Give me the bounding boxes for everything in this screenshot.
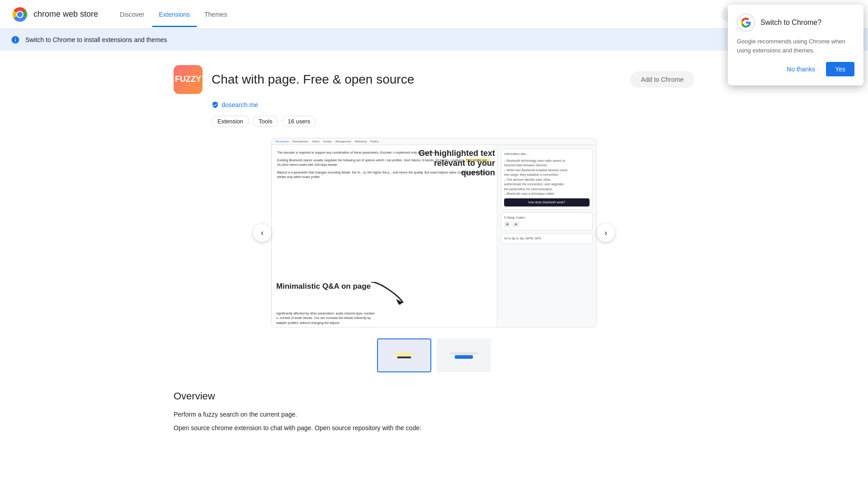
extension-title: Chat with page. Free & open source	[212, 72, 414, 87]
carousel-next-button[interactable]: ›	[597, 224, 615, 242]
overview-title: Overview	[174, 390, 694, 402]
site-name: chrome web store	[33, 9, 98, 19]
tag-users: 16 users	[282, 116, 316, 127]
main-nav: Discover Extensions Themes	[113, 2, 722, 27]
overview-para-2: Open source chrome extension to chat wit…	[174, 423, 694, 433]
nav-extensions[interactable]: Extensions	[152, 2, 197, 27]
svg-point-2	[17, 12, 23, 17]
chrome-logo-icon	[11, 5, 29, 23]
tag-tools: Tools	[253, 116, 278, 127]
thumbnail-1[interactable]	[377, 338, 431, 372]
stream-bar: All streams Development Admin Design Man…	[272, 138, 596, 145]
carousel-slide-1: All streams Development Admin Design Man…	[272, 138, 596, 327]
no-thanks-button[interactable]: No thanks	[779, 62, 822, 76]
carousel-prev-button[interactable]: ‹	[253, 224, 271, 242]
chat-question-bar: how does bluetooth work?	[504, 198, 590, 207]
google-logo	[737, 14, 755, 32]
banner-text: Switch to Chrome to install extensions a…	[25, 36, 811, 43]
arrow-icon	[371, 282, 407, 305]
popup-card: Switch to Chrome? Google recommends usin…	[728, 5, 863, 85]
nav-themes[interactable]: Themes	[197, 2, 235, 27]
carousel-container: All streams Development Admin Design Man…	[271, 138, 597, 328]
popup-actions: No thanks Yes	[737, 62, 854, 76]
overlay-text-right: Get highlighted text relevant to your qu…	[406, 149, 497, 178]
thumbnail-2[interactable]	[437, 338, 491, 372]
carousel-wrapper: ‹ All streams Development Admin Design M…	[174, 138, 694, 328]
nav-discover[interactable]: Discover	[113, 2, 151, 27]
ext-header-left: FUZZY Chat with page. Free & open source	[174, 65, 414, 94]
site-logo[interactable]: chrome web store	[11, 5, 98, 23]
thumbnail-1-inner	[378, 339, 430, 371]
thumbnails	[174, 338, 694, 372]
popup-desc: Google recommends using Chrome when usin…	[737, 37, 854, 55]
info-icon	[11, 35, 20, 44]
author-line: dosearch.me	[174, 101, 694, 108]
overlay-text-left: Minimalistic Q&A on page	[276, 282, 371, 291]
extension-header: FUZZY Chat with page. Free & open source…	[174, 65, 694, 94]
tag-extension: Extension	[212, 116, 249, 127]
overview-para-1: Perform a fuzzy search on the current pa…	[174, 409, 694, 419]
main-content: FUZZY Chat with page. Free & open source…	[163, 51, 705, 459]
popup-title: Switch to Chrome?	[760, 19, 821, 27]
popup-overlay: Switch to Chrome? Google recommends usin…	[728, 0, 868, 85]
thumbnail-2-inner	[438, 339, 490, 371]
add-to-chrome-button[interactable]: Add to Chrome	[630, 71, 694, 88]
google-logo-icon	[741, 17, 751, 28]
overview-section: Overview Perform a fuzzy search on the c…	[174, 390, 694, 433]
yes-button[interactable]: Yes	[826, 62, 854, 76]
popup-header: Switch to Chrome?	[737, 14, 854, 32]
author-link[interactable]: dosearch.me	[222, 101, 258, 108]
extension-icon: FUZZY	[174, 65, 203, 94]
tags-line: Extension Tools 16 users	[174, 116, 694, 127]
verified-icon	[212, 101, 219, 108]
